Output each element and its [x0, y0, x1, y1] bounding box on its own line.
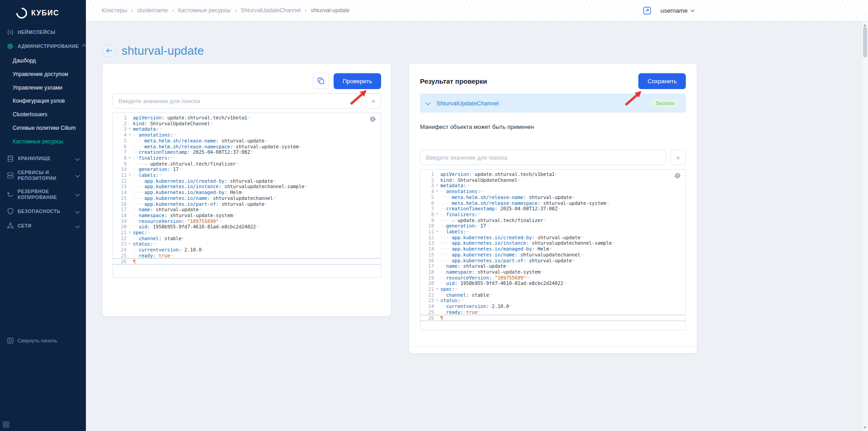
code-line[interactable]: 22··channel:·stable¬ [113, 236, 381, 242]
back-button[interactable] [102, 44, 116, 57]
breadcrumb-item[interactable]: clustername [137, 7, 168, 14]
code-line[interactable]: 21▾spec:¬ [420, 286, 685, 292]
user-menu[interactable]: username [660, 7, 695, 14]
code-line[interactable]: 17··name:·shturval-update¬ [420, 263, 685, 269]
code-line[interactable]: 23▾status:¬ [420, 298, 685, 303]
code-line[interactable]: 22··channel:·stable¬ [420, 292, 685, 298]
code-line[interactable]: 7··creationTimestamp:·2025-04-08T12:37:0… [420, 206, 685, 212]
search-input[interactable] [420, 150, 666, 165]
code-line[interactable]: 6····meta.helm.sh/release-namespace:·sht… [113, 144, 381, 150]
editor-settings-gear-icon[interactable] [369, 116, 376, 123]
sidebar-item-clusterissuers[interactable]: ClusterIssuers [0, 108, 86, 122]
breadcrumb-item[interactable]: Кастомные ресурсы [178, 7, 231, 14]
code-line[interactable]: 3▾metadata:¬ [113, 126, 381, 132]
fold-arrow-icon[interactable]: ▾ [434, 229, 440, 235]
sidebar-item-dashboard[interactable]: Дашборд [0, 54, 86, 68]
editor-settings-gear-icon[interactable] [674, 172, 681, 179]
copy-button[interactable] [313, 73, 329, 89]
fold-arrow-icon[interactable]: ▾ [434, 183, 440, 189]
code-line[interactable]: 20··uid:·1958b955-9fd7-4610-81ad-e8cbc2d… [420, 280, 685, 286]
code-line[interactable]: 16····app.kubernetes.io/part-of:·shturva… [113, 201, 381, 207]
code-line[interactable]: 5····meta.helm.sh/release-name:·shturval… [113, 138, 381, 144]
code-line[interactable]: 18··namespace:·shturval-update-system¬ [113, 213, 381, 218]
sidebar-item-cilium-network-policies[interactable]: Сетевые политики Cilium [0, 122, 86, 135]
fold-arrow-icon[interactable]: ▾ [434, 189, 440, 194]
code-line[interactable]: 19··resourceVersion:·"109755699"¬ [113, 218, 381, 224]
sidebar-item-access-management[interactable]: Управление доступом [0, 68, 86, 81]
code-line[interactable]: 6····meta.helm.sh/release-namespace:·sht… [420, 200, 685, 206]
code-line[interactable]: 15····app.kubernetes.io/name:·shturvalup… [113, 195, 381, 201]
code-line[interactable]: 11▾··labels:¬ [420, 229, 685, 235]
code-line[interactable]: 26¶ [420, 315, 685, 322]
code-line[interactable]: 12····app.kubernetes.io/created-by:·shtu… [420, 235, 685, 241]
breadcrumb-item[interactable]: shturval-update [311, 7, 349, 14]
code-line[interactable]: 17··name:·shturval-update¬ [113, 207, 381, 213]
sidebar-item-storage[interactable]: ХРАНИЛИЩЕ [0, 152, 86, 166]
fold-arrow-icon[interactable]: ▾ [434, 298, 440, 303]
code-line[interactable]: 4▾··annotations:¬ [113, 132, 381, 138]
code-line[interactable]: 10··generation:·17¬ [420, 223, 685, 229]
code-line[interactable]: 11▾··labels:¬ [113, 172, 381, 178]
code-line[interactable]: 13····app.kubernetes.io/instance:·shturv… [420, 240, 685, 246]
clear-search-button[interactable]: × [670, 150, 686, 165]
code-line[interactable]: 12····app.kubernetes.io/created-by:·shtu… [113, 178, 381, 184]
code-line[interactable]: 13····app.kubernetes.io/instance:·shturv… [113, 184, 381, 189]
code-line[interactable]: 20··uid:·1958b955-9fd7-4610-81ad-e8cbc2d… [113, 224, 381, 230]
external-link-icon[interactable] [643, 6, 651, 15]
fold-arrow-icon[interactable]: ▾ [127, 126, 133, 132]
sidebar-item-namespaces[interactable]: НЕЙМСПЕЙСЫ [0, 25, 86, 39]
code-line[interactable]: 8▾··finalizers:¬ [113, 155, 381, 161]
check-button[interactable]: Проверить [334, 73, 381, 89]
code-line[interactable]: 23▾status:¬ [113, 241, 381, 247]
code-line[interactable]: 10··generation:·17¬ [113, 166, 381, 172]
sidebar-item-custom-resources[interactable]: Кастомные ресурсы [0, 135, 86, 149]
fold-arrow-icon[interactable]: ▾ [127, 132, 133, 138]
code-line[interactable]: 5····meta.helm.sh/release-name:·shturval… [420, 194, 685, 200]
code-line[interactable]: 21▾spec:¬ [113, 230, 381, 236]
fold-arrow-icon[interactable]: ▾ [127, 155, 133, 161]
sidebar-item-administration[interactable]: АДМИНИСТРИРОВАНИЕ [0, 39, 86, 53]
chevron-down-icon[interactable] [425, 100, 430, 105]
code-line[interactable]: 26¶ [113, 258, 381, 265]
fold-arrow-icon[interactable]: ▾ [127, 241, 133, 247]
save-button[interactable]: Сохранить [638, 73, 686, 89]
code-line[interactable]: 19··resourceVersion:·"109755699"¬ [420, 275, 685, 281]
code-line[interactable]: 18··namespace:·shturval-update-system¬ [420, 269, 685, 275]
sidebar-item-node-management[interactable]: Управление узлами [0, 81, 86, 95]
code-line[interactable]: 15····app.kubernetes.io/name:·shturvalup… [420, 252, 685, 258]
fold-arrow-icon[interactable]: ▾ [434, 286, 440, 292]
code-line[interactable]: 8▾··finalizers:¬ [420, 212, 685, 218]
code-line[interactable]: 4▾··annotations:¬ [420, 189, 685, 194]
fold-arrow-icon[interactable]: ▾ [434, 212, 440, 218]
code-line[interactable]: 1apiVersion:·update.shturval.tech/v1beta… [420, 171, 685, 177]
code-line[interactable]: 24··currentversion:·2.10.0¬ [420, 303, 685, 309]
code-line[interactable]: 9····-·update.shturval.tech/finalizer¬ [113, 161, 381, 167]
sidebar-item-networks[interactable]: СЕТИ [0, 218, 86, 233]
code-line[interactable]: 2kind:·ShturvalUpdateChannel¬ [113, 121, 381, 127]
app-logo[interactable]: КУБИС [0, 0, 86, 25]
scrollbar-thumb[interactable] [863, 27, 867, 57]
code-line[interactable]: 1apiVersion:·update.shturval.tech/v1beta… [113, 115, 381, 121]
result-banner[interactable]: ShturvalUpdateChannel Success [420, 94, 686, 113]
code-line[interactable]: 7··creationTimestamp:·2025-04-08T12:37:0… [113, 149, 381, 155]
fold-arrow-icon[interactable]: ▾ [127, 172, 133, 178]
sidebar-item-backup[interactable]: РЕЗЕРВНОЕ КОПИРОВАНИЕ [0, 185, 86, 204]
scrollbar[interactable] [861, 21, 868, 431]
code-line[interactable]: 2kind:·ShturvalUpdateChannel¬ [420, 177, 685, 183]
breadcrumb-item[interactable]: Кластеры [102, 7, 127, 14]
code-line[interactable]: 14····app.kubernetes.io/managed-by:·Helm… [420, 246, 685, 252]
search-input[interactable] [113, 93, 362, 109]
sidebar-item-services[interactable]: СЕРВИСЫ И РЕПОЗИТОРИИ [0, 166, 86, 185]
breadcrumb-item[interactable]: ShturvalUpdateChannel [241, 7, 301, 14]
sidebar-item-node-configuration[interactable]: Конфигурация узлов [0, 95, 86, 108]
code-line[interactable]: 16····app.kubernetes.io/part-of:·shturva… [420, 258, 685, 264]
code-line[interactable]: 24··currentversion:·2.10.0¬ [113, 247, 381, 253]
sidebar-item-security[interactable]: БЕЗОПАСНОСТЬ [0, 204, 86, 218]
code-line[interactable]: 14····app.kubernetes.io/managed-by:·Helm… [113, 189, 381, 195]
clear-search-button[interactable]: × [366, 93, 381, 109]
code-line[interactable]: 3▾metadata:¬ [420, 183, 685, 189]
scroll-down-arrow-icon[interactable] [862, 425, 868, 430]
collapse-panel-button[interactable]: Свернуть панель [0, 337, 86, 344]
fold-arrow-icon[interactable]: ▾ [127, 230, 133, 236]
code-line[interactable]: 9····-·update.shturval.tech/finalizer¬ [420, 218, 685, 223]
